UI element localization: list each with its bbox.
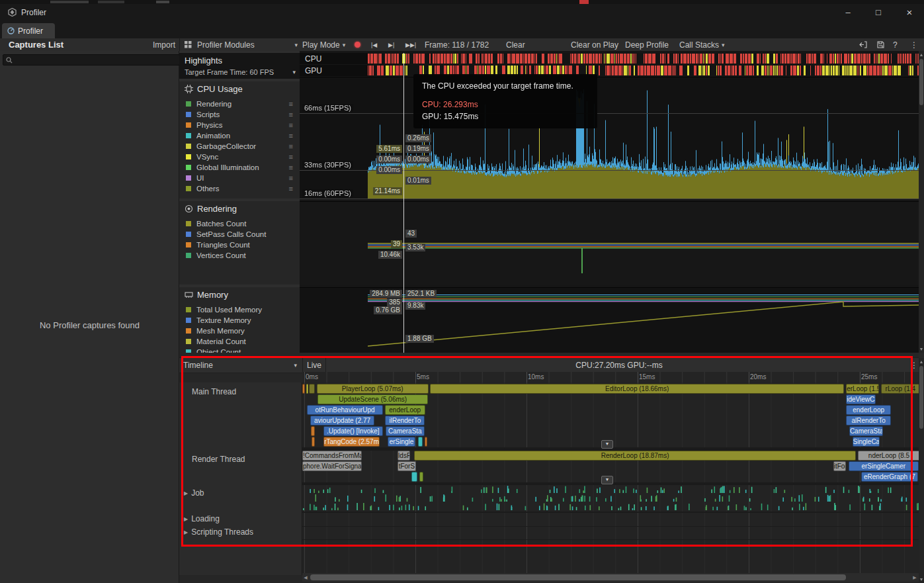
legend-item-others[interactable]: Others≡ <box>179 183 300 194</box>
timeline-span[interactable]: .Update() [Invoke] <box>323 426 383 436</box>
legend-item-triangles-count[interactable]: Triangles Count <box>179 240 300 250</box>
timeline-span[interactable] <box>411 472 417 482</box>
call-stacks-dropdown[interactable]: Call Stacks▾ <box>676 38 728 51</box>
horizontal-scroll-thumb[interactable] <box>310 574 846 580</box>
timeline-span[interactable]: RenderLoop (18.87ms) <box>414 451 856 461</box>
legend-item-batches-count[interactable]: Batches Count <box>179 218 300 229</box>
legend-item-ui[interactable]: UI≡ <box>179 173 300 183</box>
timeline-span[interactable]: nderLoop (8.5 <box>858 451 919 461</box>
chart-area[interactable]: CPU GPU 66ms (15FPS) 33ms (30FPS) 16ms (… <box>300 51 919 353</box>
legend-item-vertices-count[interactable]: Vertices Count <box>179 250 300 261</box>
timeline-scroll-thumb[interactable] <box>919 366 923 429</box>
timeline-span[interactable]: eRenderGraph (7 <box>861 472 918 482</box>
highlights-cpu-strip[interactable] <box>368 53 919 64</box>
charts-scroll-thumb[interactable] <box>919 59 923 105</box>
legend-item-garbagecollector[interactable]: GarbageCollector≡ <box>179 141 300 152</box>
scroll-left-icon[interactable]: ◀ <box>303 574 308 580</box>
next-frame-button[interactable]: ▶| <box>385 38 398 51</box>
timeline-span[interactable]: alRenderTo <box>846 416 891 426</box>
collapse-render-thread-button[interactable]: ▼ <box>601 476 613 484</box>
maximize-button[interactable]: □ <box>865 4 892 21</box>
timeline-span[interactable]: CameraSta <box>386 426 425 436</box>
timeline-span[interactable]: !CommandsFromMainT <box>302 451 362 461</box>
play-mode-dropdown[interactable]: Play Mode▾ <box>299 38 349 51</box>
last-frame-button[interactable]: ▶▶| <box>402 38 419 51</box>
legend-item-vsync[interactable]: VSync≡ <box>179 152 300 162</box>
timeline-context-menu[interactable]: ⋮ <box>909 358 919 373</box>
drag-handle-icon[interactable]: ≡ <box>289 142 293 150</box>
loading-track[interactable] <box>302 513 919 527</box>
timeline-span[interactable]: erLoop (1.5 <box>846 384 878 394</box>
charts-vertical-scrollbar[interactable]: ▲ ▼ <box>919 51 924 353</box>
target-frame-time-dropdown[interactable]: Target Frame Time: 60 FPS ▾ <box>185 68 296 76</box>
thread-label-render-thread[interactable]: Render Thread <box>192 455 245 464</box>
import-button[interactable]: Import <box>149 38 179 51</box>
scroll-down-icon[interactable]: ▼ <box>919 576 924 582</box>
legend-item-total-used-memory[interactable]: Total Used Memory <box>179 304 300 315</box>
minimize-button[interactable]: – <box>835 4 861 21</box>
timeline-span[interactable]: phore.WaitForSignal (3.3 <box>302 461 362 471</box>
timeline-span[interactable]: erSingle <box>388 437 416 447</box>
timeline-span[interactable]: rTangCode (2.57m <box>323 437 380 447</box>
thread-label-loading[interactable]: ▶Loading <box>184 514 220 523</box>
timeline-horizontal-scrollbar[interactable]: ◀ ▶ <box>302 573 919 582</box>
timeline-span[interactable] <box>419 472 423 482</box>
legend-item-scripts[interactable]: Scripts≡ <box>179 109 300 120</box>
job-track[interactable] <box>302 485 919 512</box>
expand-arrow-icon[interactable]: ▶ <box>184 516 188 522</box>
timeline-span[interactable]: rLoop (1.4 <box>881 384 919 394</box>
timeline-span[interactable]: enderLoop <box>385 405 425 415</box>
legend-item-animation[interactable]: Animation≡ <box>179 130 300 141</box>
timeline-span[interactable] <box>425 437 427 447</box>
deep-profile-toggle[interactable]: Deep Profile <box>622 38 672 51</box>
drag-handle-icon[interactable]: ≡ <box>289 174 293 182</box>
timeline-span[interactable]: ideViewCan <box>846 394 875 404</box>
thread-label-main-thread[interactable]: Main Thread <box>192 387 236 396</box>
timeline-span[interactable] <box>418 437 423 447</box>
timeline-view-dropdown[interactable]: Timeline▾ <box>183 358 297 373</box>
scroll-right-icon[interactable]: ▶ <box>912 574 917 580</box>
timeline-vertical-scrollbar[interactable]: ▲ ▼ <box>919 358 924 583</box>
scroll-up-icon[interactable]: ▲ <box>919 52 924 58</box>
timeline-span[interactable]: enderLoop <box>846 405 891 415</box>
thread-label-scripting-threads[interactable]: ▶Scripting Threads <box>184 527 253 537</box>
scripting-threads-track[interactable] <box>302 526 919 540</box>
timeline-span[interactable]: CameraSta <box>849 426 883 436</box>
drag-handle-icon[interactable]: ≡ <box>289 185 293 193</box>
save-profile-button[interactable] <box>873 38 888 51</box>
timeline-span[interactable]: otRunBehaviourUpd <box>307 405 383 415</box>
legend-item-object-count[interactable]: Object Count <box>179 347 300 353</box>
clear-button[interactable]: Clear <box>503 38 528 51</box>
timeline-span[interactable]: itForS <box>833 461 847 471</box>
drag-handle-icon[interactable]: ≡ <box>289 163 293 171</box>
legend-item-global-illumination[interactable]: Global Illumination≡ <box>179 162 300 173</box>
drag-handle-icon[interactable]: ≡ <box>289 153 293 161</box>
timeline-span[interactable] <box>312 437 315 447</box>
drag-handle-icon[interactable]: ≡ <box>289 121 293 129</box>
profiler-modules-dropdown[interactable]: Profiler Modules▾ <box>194 38 301 51</box>
timeline-span[interactable]: PlayerLoop (5.07ms) <box>317 384 429 394</box>
rendering-chart[interactable] <box>300 201 919 285</box>
close-button[interactable]: × <box>896 4 923 21</box>
timeline-span[interactable] <box>302 384 305 394</box>
thread-label-job[interactable]: ▶Job <box>184 488 204 498</box>
tab-profiler[interactable]: Profiler <box>2 23 55 38</box>
toolbar-context-menu[interactable]: ⋮ <box>907 38 921 51</box>
timeline-span[interactable]: ldsFr <box>398 451 410 461</box>
legend-item-material-count[interactable]: Material Count <box>179 336 300 347</box>
timeline-span[interactable] <box>309 384 315 394</box>
cpu-usage-chart[interactable]: 66ms (15FPS) 33ms (30FPS) 16ms (60FPS) <box>300 77 919 199</box>
timeline-span[interactable]: EditorLoop (18.66ms) <box>430 384 844 394</box>
timeline-span[interactable] <box>306 384 308 394</box>
legend-item-rendering[interactable]: Rendering≡ <box>179 99 300 109</box>
legend-item-setpass-calls-count[interactable]: SetPass Calls Count <box>179 229 300 240</box>
main-thread-track[interactable]: PlayerLoop (5.07ms)EditorLoop (18.66ms)e… <box>302 384 919 447</box>
collapse-main-thread-button[interactable]: ▼ <box>601 440 613 449</box>
timeline-span[interactable]: SingleCa <box>853 437 880 447</box>
drag-handle-icon[interactable]: ≡ <box>289 100 293 108</box>
legend-item-mesh-memory[interactable]: Mesh Memory <box>179 326 300 336</box>
legend-item-texture-memory[interactable]: Texture Memory <box>179 315 300 326</box>
live-toggle[interactable]: Live <box>302 358 326 373</box>
drag-handle-icon[interactable]: ≡ <box>289 132 293 140</box>
highlights-gpu-strip[interactable] <box>368 65 919 76</box>
